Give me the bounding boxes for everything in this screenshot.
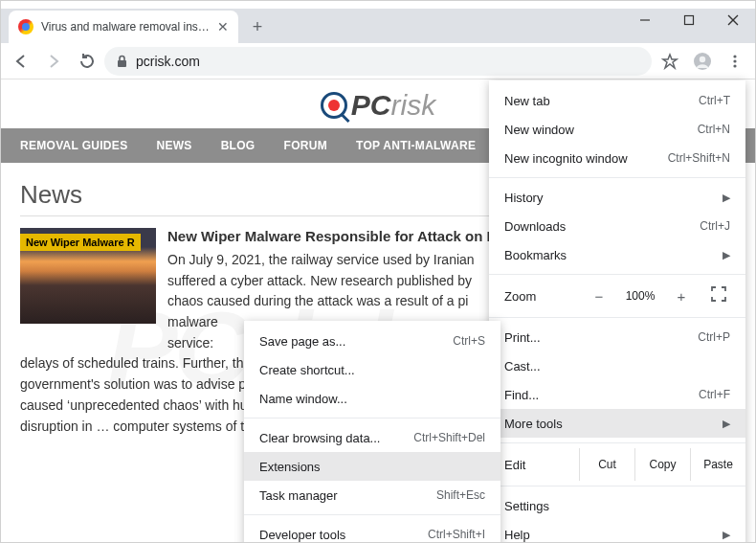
window-maximize-button[interactable] (667, 5, 711, 35)
chevron-right-icon: ▶ (723, 418, 730, 430)
article-line: chaos caused during the attack was a res… (167, 291, 491, 312)
menu-cast[interactable]: Cast... (489, 351, 745, 380)
menu-new-window[interactable]: New windowCtrl+N (489, 115, 745, 144)
more-tools-submenu: Save page as...Ctrl+S Create shortcut...… (244, 321, 500, 543)
tab-close-icon[interactable]: ✕ (217, 19, 229, 34)
svg-point-8 (733, 59, 736, 62)
url-text: pcrisk.com (136, 54, 200, 69)
menu-print[interactable]: Print...Ctrl+P (489, 323, 745, 351)
browser-toolbar: pcrisk.com (1, 43, 755, 79)
submenu-save-page[interactable]: Save page as...Ctrl+S (244, 327, 500, 355)
submenu-create-shortcut[interactable]: Create shortcut... (244, 355, 500, 384)
browser-tab[interactable]: Virus and malware removal instru… ✕ (9, 11, 238, 43)
menu-settings[interactable]: Settings (489, 491, 745, 520)
zoom-out-button[interactable]: − (587, 288, 611, 305)
thumbnail-caption: New Wiper Malware R (20, 234, 141, 251)
submenu-clear-browsing-data[interactable]: Clear browsing data...Ctrl+Shift+Del (244, 423, 500, 452)
nav-news[interactable]: NEWS (156, 139, 191, 152)
chevron-right-icon: ▶ (723, 249, 730, 261)
address-bar[interactable]: pcrisk.com (104, 47, 652, 76)
chevron-right-icon: ▶ (723, 192, 730, 204)
zoom-in-button[interactable]: + (669, 288, 694, 305)
menu-history[interactable]: History▶ (489, 183, 745, 212)
menu-find[interactable]: Find...Ctrl+F (489, 380, 745, 409)
menu-bookmarks[interactable]: Bookmarks▶ (489, 240, 745, 269)
nav-blog[interactable]: BLOG (221, 139, 256, 152)
menu-new-incognito[interactable]: New incognito windowCtrl+Shift+N (489, 144, 745, 172)
svg-point-6 (700, 56, 705, 61)
zoom-value: 100% (621, 289, 659, 303)
chevron-right-icon: ▶ (723, 529, 730, 541)
submenu-task-manager[interactable]: Task managerShift+Esc (244, 481, 500, 509)
profile-icon[interactable] (688, 47, 717, 76)
nav-forum[interactable]: FORUM (284, 139, 328, 152)
article-thumbnail[interactable]: New Wiper Malware R (20, 228, 156, 324)
chrome-main-menu: New tabCtrl+T New windowCtrl+N New incog… (489, 80, 745, 543)
edit-copy-button[interactable]: Copy (634, 448, 690, 481)
back-button[interactable] (7, 47, 35, 76)
menu-edit-row: Edit Cut Copy Paste (489, 448, 745, 481)
svg-point-9 (733, 64, 736, 67)
edit-cut-button[interactable]: Cut (579, 448, 634, 481)
menu-more-tools[interactable]: More tools▶ (489, 409, 745, 438)
svg-rect-1 (685, 16, 694, 25)
bookmark-star-icon[interactable] (656, 47, 684, 76)
lock-icon[interactable] (116, 55, 128, 68)
nav-removal-guides[interactable]: REMOVAL GUIDES (20, 139, 127, 152)
menu-downloads[interactable]: DownloadsCtrl+J (489, 212, 745, 240)
window-minimize-button[interactable] (623, 5, 667, 35)
article-title[interactable]: New Wiper Malware Responsible for Attack… (167, 228, 491, 244)
menu-help[interactable]: Help▶ (489, 520, 745, 543)
chrome-menu-button[interactable] (721, 47, 749, 76)
menu-zoom-row: Zoom − 100% + (489, 280, 745, 312)
tab-favicon (18, 19, 33, 34)
tab-strip: Virus and malware removal instru… ✕ + (1, 9, 755, 43)
svg-point-7 (733, 55, 736, 57)
menu-new-tab[interactable]: New tabCtrl+T (489, 86, 745, 115)
article-line: On July 9, 2021, the railway service use… (167, 250, 491, 271)
submenu-developer-tools[interactable]: Developer toolsCtrl+Shift+I (244, 520, 500, 543)
forward-button[interactable] (39, 47, 68, 76)
fullscreen-icon[interactable] (711, 286, 730, 305)
tab-title: Virus and malware removal instru… (41, 20, 210, 34)
magnifier-icon (321, 92, 347, 119)
svg-rect-4 (118, 60, 126, 67)
nav-top-antimalware[interactable]: TOP ANTI-MALWARE (356, 139, 476, 152)
edit-paste-button[interactable]: Paste (690, 448, 745, 481)
window-close-button[interactable] (711, 5, 755, 35)
reload-button[interactable] (72, 47, 100, 76)
submenu-extensions[interactable]: Extensions (244, 452, 500, 481)
submenu-name-window[interactable]: Name window... (244, 384, 500, 413)
new-tab-button[interactable]: + (244, 13, 271, 40)
article-line: suffered a cyber attack. New research pu… (167, 271, 491, 292)
